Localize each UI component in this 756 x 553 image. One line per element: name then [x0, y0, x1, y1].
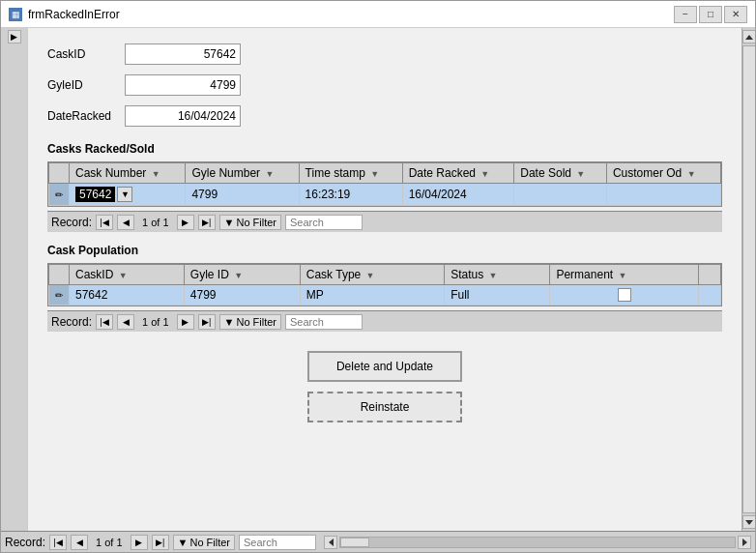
bottom-status-bar: Record: |◀ ◀ 1 of 1 ▶ ▶| ▼ No Filter	[1, 531, 755, 552]
search-input-2[interactable]	[285, 314, 363, 330]
date-racked-label: DateRacked	[47, 109, 125, 123]
no-filter-btn-2[interactable]: ▼ No Filter	[219, 314, 281, 330]
col-header-selector-2	[49, 265, 70, 285]
cell-cask-number[interactable]: 57642 ▼	[70, 184, 186, 206]
delete-update-button[interactable]: Delete and Update	[307, 351, 462, 382]
window-icon: ▦	[9, 8, 22, 21]
minimize-button[interactable]: −	[674, 6, 697, 23]
col-header-time-stamp: Time stamp ▼	[299, 163, 402, 184]
gyle-id-label: GyleID	[47, 78, 125, 92]
nav-last-btn-2[interactable]: ▶|	[198, 314, 216, 330]
action-buttons: Delete and Update Reinstate	[47, 351, 722, 422]
h-scroll-track	[339, 537, 736, 548]
scroll-right-btn[interactable]	[738, 536, 751, 549]
cell-gyle-id: 4799	[184, 285, 300, 306]
left-sidebar: ▶	[1, 28, 28, 531]
status-nav-first[interactable]: |◀	[49, 535, 67, 550]
title-bar: ▦ frmRackedInError − □ ✕	[1, 1, 755, 28]
casks-racked-record-bar: Record: |◀ ◀ 1 of 1 ▶ ▶| ▼ No Filter	[47, 211, 722, 232]
search-input-1[interactable]	[285, 215, 363, 230]
down-arrow-icon	[745, 520, 753, 525]
status-nav-prev[interactable]: ◀	[71, 535, 88, 550]
cask-population-record-bar: Record: |◀ ◀ 1 of 1 ▶ ▶| ▼ No Filter	[47, 310, 722, 332]
scroll-up-btn[interactable]	[742, 30, 755, 44]
nav-next-btn-1[interactable]: ▶	[177, 215, 194, 230]
window-controls: − □ ✕	[674, 6, 747, 23]
cask-id-input[interactable]	[125, 44, 241, 65]
dropdown-arrow-icon[interactable]: ▼	[117, 187, 132, 202]
nav-last-btn-1[interactable]: ▶|	[198, 215, 216, 230]
col-header-gyle-number: Gyle Number ▼	[186, 163, 299, 184]
no-filter-label-2: No Filter	[236, 316, 276, 328]
nav-prev-btn-2[interactable]: ◀	[117, 314, 134, 330]
table-row[interactable]: ✏ 57642 ▼ 4799 16:23:19 16/04/2024	[49, 184, 721, 206]
col-header-cask-type: Cask Type ▼	[300, 265, 444, 285]
nav-first-btn-2[interactable]: |◀	[96, 314, 113, 330]
sort-icon-time-stamp: ▼	[370, 169, 379, 179]
cell-time-stamp: 16:23:19	[299, 184, 402, 206]
content-area: CaskID GyleID DateRacked Casks Racked/So…	[28, 28, 741, 531]
record-label-1: Record:	[51, 216, 92, 229]
h-scroll-thumb[interactable]	[340, 538, 369, 547]
casks-racked-table: Cask Number ▼ Gyle Number ▼ Time stamp ▼…	[48, 162, 721, 206]
sort-icon-cask-number: ▼	[152, 169, 160, 179]
status-nav-last[interactable]: ▶|	[152, 535, 169, 550]
cell-status: Full	[445, 285, 550, 306]
right-arrow-icon	[742, 538, 747, 546]
restore-button[interactable]: □	[699, 6, 722, 23]
sort-icon-permanent: ▼	[618, 271, 626, 280]
cell-date-racked: 16/04/2024	[402, 184, 514, 206]
permanent-checkbox[interactable]	[618, 288, 631, 302]
cell-permanent	[550, 285, 698, 306]
no-filter-btn-1[interactable]: ▼ No Filter	[219, 215, 281, 230]
gyle-id-input[interactable]	[125, 74, 241, 96]
col-header-status: Status ▼	[445, 265, 550, 285]
col-header-extra	[698, 265, 720, 285]
scroll-left-btn[interactable]	[324, 536, 337, 549]
filter-icon-2: ▼	[224, 316, 235, 328]
right-scrollbar	[741, 28, 755, 531]
table-row[interactable]: ✏ 57642 4799 MP Full	[49, 285, 721, 306]
record-info-1: 1 of 1	[138, 217, 173, 228]
left-nav-button[interactable]: ▶	[8, 30, 21, 44]
gyle-id-field: GyleID	[47, 74, 722, 96]
sort-icon-gyle-id: ▼	[234, 271, 243, 280]
status-record-info: 1 of 1	[92, 537, 127, 548]
reinstate-button[interactable]: Reinstate	[307, 392, 462, 422]
date-racked-field: DateRacked	[47, 105, 722, 127]
col-header-selector	[49, 163, 70, 184]
record-label-2: Record:	[51, 315, 92, 329]
nav-prev-btn-1[interactable]: ◀	[117, 215, 134, 230]
cell-customer-od	[606, 184, 720, 206]
cell-cask-id: 57642	[70, 285, 185, 306]
cask-population-title: Cask Population	[47, 244, 722, 257]
date-racked-input[interactable]	[125, 105, 241, 127]
col-header-cask-id: CaskID ▼	[70, 265, 185, 285]
nav-next-btn-2[interactable]: ▶	[177, 314, 194, 330]
sort-icon-date-sold: ▼	[576, 169, 585, 179]
status-nav-next[interactable]: ▶	[131, 535, 148, 550]
close-button[interactable]: ✕	[724, 6, 747, 23]
cask-id-field: CaskID	[47, 44, 722, 65]
cell-date-sold	[514, 184, 607, 206]
sort-icon-date-racked: ▼	[480, 169, 489, 179]
col-header-cask-number: Cask Number ▼	[70, 163, 186, 184]
sort-icon-cask-type: ▼	[366, 271, 375, 280]
status-search-input[interactable]	[239, 535, 316, 550]
cask-number-value: 57642	[75, 187, 115, 202]
col-header-gyle-id: Gyle ID ▼	[184, 265, 300, 285]
cask-id-label: CaskID	[47, 47, 125, 61]
status-no-filter[interactable]: ▼ No Filter	[173, 535, 235, 550]
scroll-track	[742, 45, 756, 513]
col-header-date-racked: Date Racked ▼	[402, 163, 514, 184]
sort-icon-customer-od: ▼	[687, 169, 696, 179]
status-no-filter-label: No Filter	[189, 537, 230, 548]
nav-first-btn-1[interactable]: |◀	[96, 215, 113, 230]
cell-extra	[698, 285, 720, 306]
record-info-2: 1 of 1	[138, 316, 173, 328]
up-arrow-icon	[745, 35, 753, 40]
casks-racked-grid: Cask Number ▼ Gyle Number ▼ Time stamp ▼…	[47, 161, 722, 207]
sort-icon-gyle-number: ▼	[265, 169, 274, 179]
scroll-down-btn[interactable]	[742, 515, 755, 529]
status-filter-icon: ▼	[178, 537, 189, 548]
